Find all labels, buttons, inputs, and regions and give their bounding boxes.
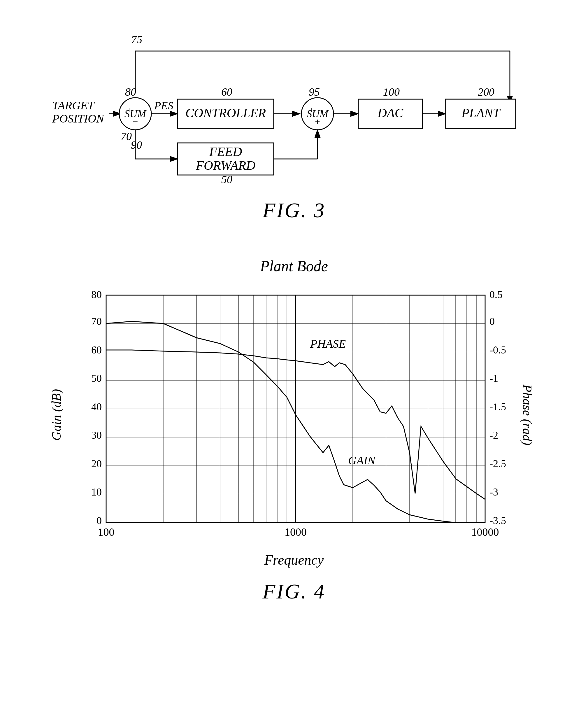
plot-title: Plant Bode xyxy=(260,258,328,275)
rtick-1: -1 xyxy=(489,372,498,384)
target-position-label: TARGET xyxy=(52,99,95,112)
ytick-80: 80 xyxy=(91,289,102,300)
fig3-svg: 75 TARGET POSITION SUM + − 80 xyxy=(46,35,542,187)
label-75: 75 xyxy=(131,35,142,46)
target-position-label2: POSITION xyxy=(52,112,105,125)
block-diagram: 75 TARGET POSITION SUM + − 80 xyxy=(46,35,542,187)
fig3-container: 75 TARGET POSITION SUM + − 80 xyxy=(23,35,565,222)
rtick-15: -1.5 xyxy=(489,401,506,413)
ytick-10: 10 xyxy=(91,486,102,498)
svg-text:+: + xyxy=(309,105,314,115)
rtick-p05: 0.5 xyxy=(489,289,503,300)
rtick-35: -3.5 xyxy=(489,515,506,526)
label-70: 70 xyxy=(121,130,132,142)
fig4-container: Plant Bode Gain (dB) xyxy=(23,258,565,604)
label-95: 95 xyxy=(309,86,320,98)
y-axis-left-label: Gain (dB) xyxy=(49,389,64,440)
phase-annotation: PHASE xyxy=(310,337,346,350)
ytick-20: 20 xyxy=(91,458,102,470)
label-90: 90 xyxy=(131,139,142,151)
fig3-caption: FIG. 3 xyxy=(263,198,326,222)
rtick-25: -2.5 xyxy=(489,458,506,470)
xtick-1000: 1000 xyxy=(285,526,307,538)
xtick-100: 100 xyxy=(98,526,114,538)
ytick-70: 70 xyxy=(91,316,102,327)
label-60: 60 xyxy=(221,86,232,98)
page: 75 TARGET POSITION SUM + − 80 xyxy=(0,0,588,709)
svg-text:PLANT: PLANT xyxy=(461,106,501,120)
ytick-50: 50 xyxy=(91,372,102,384)
svg-text:−: − xyxy=(132,116,138,127)
ff-text1: FEED xyxy=(209,145,242,159)
dac-text: DAC xyxy=(377,106,403,120)
label-100: 100 xyxy=(383,86,400,98)
xtick-10000: 10000 xyxy=(471,526,499,538)
pes-label: PES xyxy=(154,100,173,112)
bode-svg: 0 10 20 30 40 50 60 70 80 -3.5 -3 xyxy=(71,284,508,546)
ytick-0: 0 xyxy=(97,515,102,526)
ytick-40: 40 xyxy=(91,401,102,413)
ytick-60: 60 xyxy=(91,344,102,356)
gain-annotation: GAIN xyxy=(348,454,376,467)
rtick-2: -2 xyxy=(489,429,498,441)
svg-text:+: + xyxy=(315,116,320,127)
rtick-05: -0.5 xyxy=(489,344,506,356)
bode-plot: 0 10 20 30 40 50 60 70 80 -3.5 -3 xyxy=(71,284,508,546)
label-50: 50 xyxy=(221,173,232,185)
x-axis-label: Frequency xyxy=(264,552,324,568)
label-200: 200 xyxy=(478,86,495,98)
rtick-0: 0 xyxy=(489,316,495,327)
fig4-caption: FIG. 4 xyxy=(263,579,326,604)
rtick-3: -3 xyxy=(489,486,498,498)
label-80: 80 xyxy=(125,86,136,98)
ytick-30: 30 xyxy=(91,429,102,441)
controller-text: CONTROLLER xyxy=(185,106,266,120)
ff-text2: FORWARD xyxy=(196,158,256,173)
y-axis-right-label: Phase (rad) xyxy=(520,385,535,445)
svg-text:+: + xyxy=(126,105,132,115)
